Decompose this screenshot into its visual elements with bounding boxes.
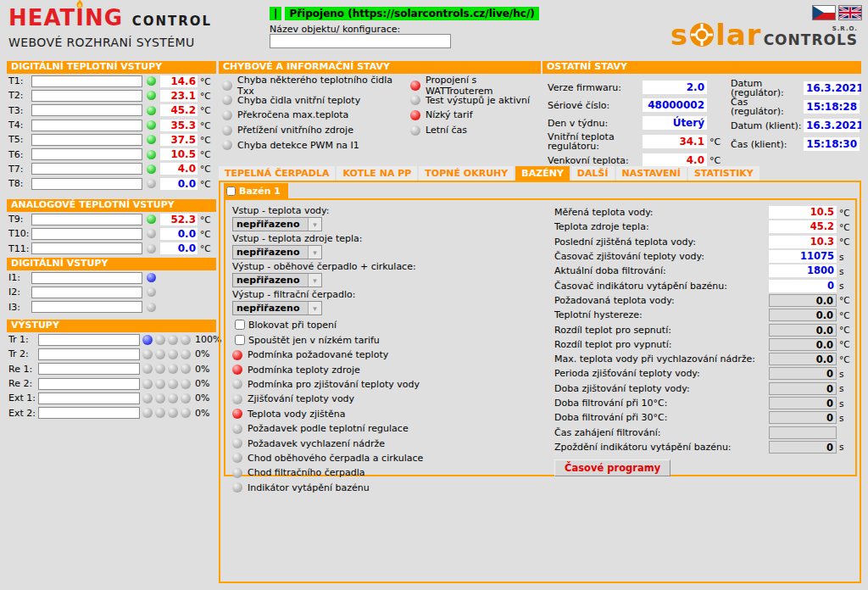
tab[interactable]: DALŠÍ	[571, 166, 615, 181]
uk-flag-icon[interactable]	[839, 6, 861, 19]
pool-value-field: 0	[769, 280, 837, 292]
output-led-4	[181, 364, 191, 374]
temp-input-row: T2: 23.1 °C	[7, 88, 216, 103]
output-name-input[interactable]	[38, 378, 140, 390]
output-row: Re 1: 0%	[7, 362, 216, 376]
time-programs-button[interactable]: Časové programy	[554, 459, 670, 476]
pool-option-label: Spouštět jen v nízkém tarifu	[248, 335, 380, 346]
tab[interactable]: NASTAVENÍ	[616, 166, 687, 181]
output-name-input[interactable]	[38, 348, 140, 360]
pool-value-field: 0	[769, 441, 837, 454]
connection-status-text: Připojeno (https://solarcontrols.cz/live…	[285, 7, 538, 20]
solar-controls-logo: s lar S.R.O.CONTROLS	[670, 20, 858, 49]
pool-option-checkbox[interactable]	[235, 320, 245, 330]
sensor-value: 14.6	[160, 75, 198, 87]
sensor-label: T3:	[8, 105, 31, 116]
heating-control-logo: HEATING CONTROL	[8, 5, 212, 31]
temp-input-row: T6: 10.5 °C	[7, 147, 216, 161]
output-led-1	[142, 335, 153, 345]
assignment-select[interactable]: nepřiřazeno ▾	[232, 301, 322, 315]
input-name-input[interactable]	[31, 301, 142, 313]
pool-value-field: 0.0	[769, 324, 837, 337]
object-name-input[interactable]	[270, 34, 451, 48]
pool-status-row: Požadavek vychlazení nádrže	[232, 436, 554, 450]
sensor-value: 52.3	[160, 214, 198, 225]
assignment-select[interactable]: nepřiřazeno ▾	[232, 217, 322, 231]
pool-option-row[interactable]: Spouštět jen v nízkém tarifu	[232, 332, 554, 348]
pool-status-row: Teplota vody zjištěna	[232, 407, 554, 421]
output-name-input[interactable]	[38, 363, 140, 375]
czech-flag-icon[interactable]	[813, 6, 835, 19]
status-label: Letní čas	[426, 125, 467, 136]
tab[interactable]: BAZÉNY	[515, 166, 570, 181]
state-row: Sériové číslo: 48000002	[548, 97, 722, 114]
state-row: Datum (klient): 16.3.2021	[731, 116, 860, 135]
header: HEATING CONTROL WEBOVÉ ROZHRANÍ SYSTÉMU …	[0, 0, 868, 59]
sensor-name-input[interactable]	[31, 228, 142, 240]
temp-input-row: T5: 37.5 °C	[7, 132, 216, 147]
sensor-name-input[interactable]	[31, 120, 142, 131]
tab[interactable]: KOTLE NA PP	[337, 166, 417, 181]
state-label: Sériové číslo:	[548, 101, 643, 110]
sensor-name-input[interactable]	[31, 242, 142, 254]
tab[interactable]: TOPNÉ OKRUHY	[419, 166, 514, 181]
output-name-input[interactable]	[38, 392, 140, 404]
pool-status-led	[232, 424, 242, 434]
pool-value-row: Měřená teplota vody: 10.5 °C	[554, 205, 850, 220]
subtab-bazen-1[interactable]: Bazén 1	[224, 183, 288, 198]
sensor-name-input[interactable]	[31, 75, 142, 87]
pool-value-label: Časovač zjištování teploty vody:	[554, 252, 769, 261]
sensor-name-input[interactable]	[31, 134, 142, 146]
subtab-label: Bazén 1	[239, 186, 281, 197]
pool-status-row: Indikátor vytápění bazénu	[232, 481, 554, 495]
temp-input-row: T7: 4.0 °C	[7, 162, 216, 176]
tab[interactable]: TEPELNÁ ČERPADLA	[219, 166, 335, 181]
output-row: Ext 1: 0%	[7, 391, 216, 405]
sensor-name-input[interactable]	[31, 214, 142, 225]
assignment-select[interactable]: nepřiřazeno ▾	[232, 245, 322, 259]
input-status-led	[147, 303, 156, 312]
pool-status-label: Chod oběhového čerpadla a cirkulace	[248, 453, 423, 464]
unit-label: °C	[198, 164, 211, 174]
temp-input-row: T4: 35.3 °C	[7, 118, 216, 132]
pool-status-row: Požadavek podle teplotní regulace	[232, 421, 554, 436]
unit-label: °C	[837, 310, 850, 320]
pool-option-checkbox[interactable]	[235, 335, 245, 345]
chevron-down-icon: ▾	[308, 246, 321, 259]
pool-option-row[interactable]: Blokovat při topení	[232, 317, 554, 332]
sensor-name-input[interactable]	[31, 178, 142, 190]
pool-value-label: Poslední zjištěná teplota vody:	[554, 237, 769, 247]
status-row: Překročena max.teplota	[222, 108, 410, 123]
assignment-label: Vstup - teplota vody:	[232, 205, 554, 216]
output-led-4	[181, 379, 191, 389]
status-label: Chyba některého teplotního čidla Txx	[237, 75, 410, 97]
sensor-label: T4:	[8, 120, 31, 131]
pool-value-row: Teplotní hystereze: 0.0 °C	[554, 308, 850, 322]
assignment-group: Vstup - teplota zdroje tepla: nepřiřazen…	[232, 233, 554, 259]
sensor-value: 0.0	[160, 242, 198, 254]
status-row: Chyba některého teplotního čidla Txx	[222, 78, 410, 93]
sensor-status-led	[147, 244, 156, 253]
pool-value-label: Teplota zdroje tepla:	[554, 222, 769, 231]
sensor-name-input[interactable]	[31, 163, 142, 175]
sensor-name-input[interactable]	[31, 148, 142, 160]
output-name-input[interactable]	[38, 407, 140, 419]
language-switcher	[813, 6, 861, 19]
assignment-group: Výstup - oběhové čerpadlo + cirkulace: n…	[232, 261, 554, 287]
tab[interactable]: STATISTIKY	[688, 166, 760, 181]
pool-value-row: Doba zjištování teploty vody: 0 s	[554, 381, 850, 396]
state-row: Čas (klient): 15:18:30	[731, 135, 860, 153]
output-percent: 0%	[195, 378, 209, 389]
pool-enable-checkbox[interactable]	[226, 186, 236, 196]
output-led-3	[168, 408, 178, 418]
sensor-value: 0.0	[160, 228, 198, 240]
input-name-input[interactable]	[31, 287, 142, 298]
output-name-input[interactable]	[38, 334, 140, 346]
pool-value-row: Časovač indikátoru vytápění bazénu: 0 s	[554, 278, 850, 292]
assignment-select[interactable]: nepřiřazeno ▾	[232, 273, 322, 287]
sensor-name-input[interactable]	[31, 104, 142, 116]
output-led-2	[155, 349, 165, 359]
input-name-input[interactable]	[31, 272, 142, 284]
temp-input-row: T8: 0.0 °C	[7, 176, 216, 191]
sensor-name-input[interactable]	[31, 90, 142, 102]
